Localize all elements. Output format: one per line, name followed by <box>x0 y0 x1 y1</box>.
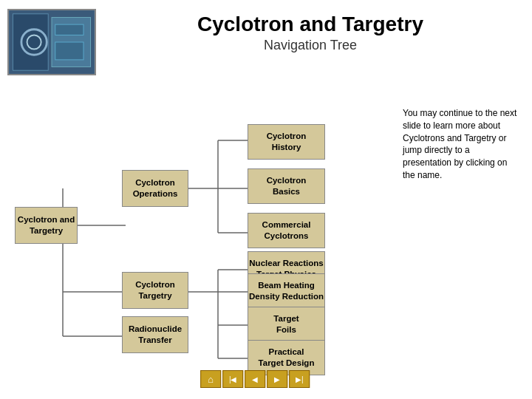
target-foils-node[interactable]: Target Foils <box>248 307 325 342</box>
root-node[interactable]: Cyclotron and Targetry <box>15 207 78 244</box>
beam-node[interactable]: Beam Heating Density Reduction <box>248 273 325 309</box>
header-image <box>7 9 96 75</box>
tree-area: Cyclotron and Targetry Cyclotron Operati… <box>7 81 399 371</box>
home-icon: ⌂ <box>208 374 214 385</box>
prev-icon: ◀ <box>252 375 258 383</box>
description: You may continue to the next slide to le… <box>399 103 525 371</box>
operations-node[interactable]: Cyclotron Operations <box>122 170 188 207</box>
next-icon: ▶ <box>274 375 280 383</box>
history-node[interactable]: Cyclotron History <box>248 124 325 160</box>
page: Cyclotron and Targetry Navigation Tree <box>0 0 532 399</box>
sub-title: Navigation Tree <box>103 38 517 53</box>
basics-node[interactable]: Cyclotron Basics <box>248 168 325 204</box>
header: Cyclotron and Targetry Navigation Tree <box>0 0 532 75</box>
main-title: Cyclotron and Targetry <box>103 13 517 36</box>
svg-rect-6 <box>55 24 83 35</box>
svg-rect-7 <box>55 42 83 60</box>
targetry-node[interactable]: Cyclotron Targetry <box>122 272 188 309</box>
first-icon: |◀ <box>229 375 237 383</box>
prev-button[interactable]: ◀ <box>245 370 265 388</box>
next-button[interactable]: ▶ <box>267 370 287 388</box>
svg-rect-1 <box>13 14 48 70</box>
header-title: Cyclotron and Targetry Navigation Tree <box>96 9 517 53</box>
content: Cyclotron and Targetry Cyclotron Operati… <box>0 75 532 371</box>
last-button[interactable]: ▶| <box>289 370 310 388</box>
commercial-node[interactable]: Commercial Cyclotrons <box>248 213 325 248</box>
radionuclide-node[interactable]: Radionuclide Transfer <box>122 316 188 353</box>
first-button[interactable]: |◀ <box>222 370 243 388</box>
home-button[interactable]: ⌂ <box>200 370 221 388</box>
nav-buttons: ⌂ |◀ ◀ ▶ ▶| <box>200 370 310 388</box>
last-icon: ▶| <box>296 375 304 383</box>
